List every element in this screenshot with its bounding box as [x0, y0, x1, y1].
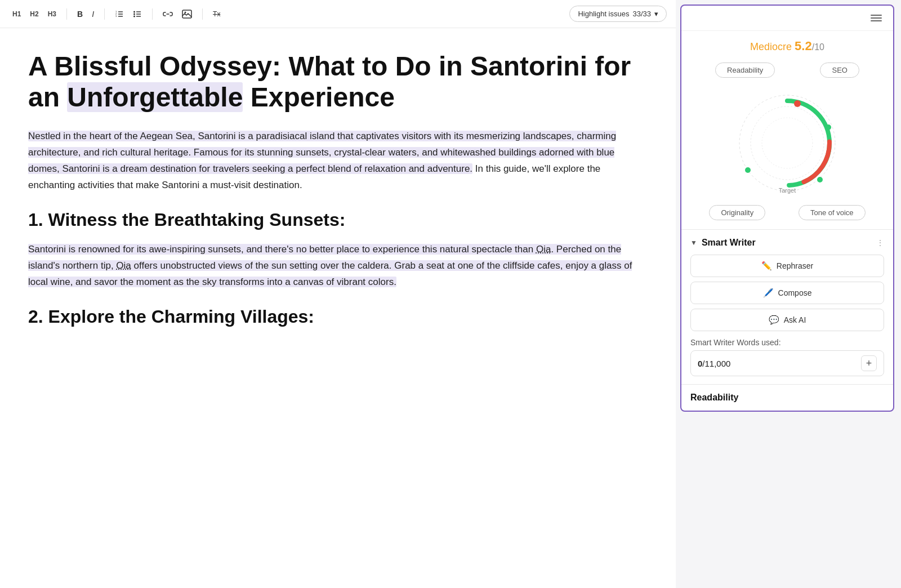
smart-writer-header: ▼ Smart Writer ⋮ [690, 238, 884, 248]
score-value: 5.2 [795, 39, 812, 53]
ordered-list-button[interactable]: 1. 2. 3. [111, 7, 127, 21]
rephraser-icon: ✏️ [761, 261, 772, 271]
compose-icon: 🖊️ [763, 288, 774, 298]
rephraser-label: Rephraser [777, 261, 813, 270]
svg-point-22 [817, 177, 823, 182]
rephraser-button[interactable]: ✏️ Rephraser [690, 255, 884, 277]
menu-line-1 [871, 15, 882, 16]
tone-of-voice-tab[interactable]: Tone of voice [799, 205, 866, 220]
ask-ai-button[interactable]: 💬 Ask AI [690, 309, 884, 331]
divider-1 [66, 8, 67, 20]
words-count-display: 0/11,000 [698, 359, 730, 368]
article-title: A Blissful Odyssey: What to Do in Santor… [28, 51, 648, 113]
svg-text:3.: 3. [115, 15, 117, 17]
ask-ai-label: Ask AI [784, 315, 806, 324]
svg-point-14 [739, 95, 835, 191]
smart-writer-section: ▼ Smart Writer ⋮ ✏️ Rephraser 🖊️ Compose [681, 229, 893, 384]
divider-4 [202, 8, 203, 20]
highlight-count: 33/33 [632, 10, 651, 18]
divider-2 [104, 8, 105, 20]
svg-point-19 [794, 100, 801, 107]
score-display: Mediocre 5.2/10 [690, 39, 884, 54]
sidebar-header [681, 6, 893, 31]
smart-writer-title-group: ▼ Smart Writer [690, 238, 756, 248]
intro-paragraph: Nestled in the heart of the Aegean Sea, … [28, 128, 648, 194]
h2-button[interactable]: H2 [26, 8, 42, 20]
words-count-row: 0/11,000 + [690, 350, 884, 376]
sidebar-menu-button[interactable] [868, 12, 884, 24]
smart-writer-label: Smart Writer [702, 238, 756, 248]
gauge-container: Target [681, 82, 893, 202]
heading-buttons: H1 H2 H3 [9, 8, 60, 20]
svg-point-20 [826, 124, 831, 130]
compose-button[interactable]: 🖊️ Compose [690, 282, 884, 304]
score-section: Mediocre 5.2/10 [681, 31, 893, 58]
svg-point-13 [185, 11, 186, 13]
svg-point-21 [745, 167, 751, 173]
words-used-section: Smart Writer Words used: 0/11,000 + [690, 338, 884, 376]
gauge-chart [731, 87, 844, 199]
svg-point-8 [133, 15, 135, 17]
bottom-metric-tabs: Originality Tone of voice [681, 202, 893, 229]
svg-point-6 [133, 11, 135, 12]
link-button[interactable] [159, 8, 176, 20]
bold-button[interactable]: B [74, 7, 86, 21]
svg-point-16 [762, 118, 813, 168]
readability-tab[interactable]: Readability [715, 63, 775, 78]
section-heading-1: 1. Witness the Breathtaking Sunsets: [28, 210, 648, 230]
highlight-label: Highlight issues [578, 10, 629, 18]
sunsets-paragraph: Santorini is renowned for its awe-inspir… [28, 242, 648, 291]
bullet-list-button[interactable] [130, 7, 145, 21]
section-heading-2: 2. Explore the Charming Villages: [28, 306, 648, 327]
menu-line-2 [871, 17, 882, 19]
h1-button[interactable]: H1 [9, 8, 24, 20]
right-sidebar-container: Mediocre 5.2/10 Readability SEO [676, 0, 901, 588]
format-buttons: B I [74, 7, 97, 21]
toolbar: H1 H2 H3 B I 1. 2. 3. [0, 0, 676, 28]
list-buttons: 1. 2. 3. [111, 7, 145, 21]
score-label-text: Mediocre [750, 41, 792, 52]
info-icon[interactable]: ⋮ [876, 238, 884, 247]
clear-format-button[interactable]: Tx [209, 8, 224, 20]
editor-panel: H1 H2 H3 B I 1. 2. 3. [0, 0, 676, 588]
collapse-icon[interactable]: ▼ [690, 239, 697, 247]
svg-point-7 [133, 13, 135, 15]
seo-tab[interactable]: SEO [820, 63, 859, 78]
compose-label: Compose [778, 288, 812, 297]
words-limit: /11,000 [702, 359, 730, 368]
insert-buttons [159, 7, 195, 21]
words-used-label: Smart Writer Words used: [690, 338, 884, 347]
readability-section: Readability [681, 384, 893, 411]
italic-button[interactable]: I [88, 7, 97, 21]
highlight-chevron: ▾ [654, 10, 658, 18]
metric-tabs: Readability SEO [681, 58, 893, 82]
menu-line-3 [871, 20, 882, 21]
title-highlight: Unforgettable [67, 82, 243, 112]
gauge-target-label: Target [779, 187, 796, 194]
ask-ai-icon: 💬 [769, 315, 779, 325]
readability-section-title: Readability [690, 393, 738, 402]
divider-3 [152, 8, 153, 20]
highlight-issues-button[interactable]: Highlight issues 33/33 ▾ [569, 6, 667, 22]
originality-tab[interactable]: Originality [709, 205, 765, 220]
add-words-button[interactable]: + [861, 355, 877, 371]
h3-button[interactable]: H3 [44, 8, 60, 20]
editor-content[interactable]: A Blissful Odyssey: What to Do in Santor… [0, 28, 676, 588]
image-button[interactable] [179, 7, 195, 21]
score-denom: /10 [812, 42, 824, 52]
sidebar: Mediocre 5.2/10 Readability SEO [680, 5, 894, 412]
